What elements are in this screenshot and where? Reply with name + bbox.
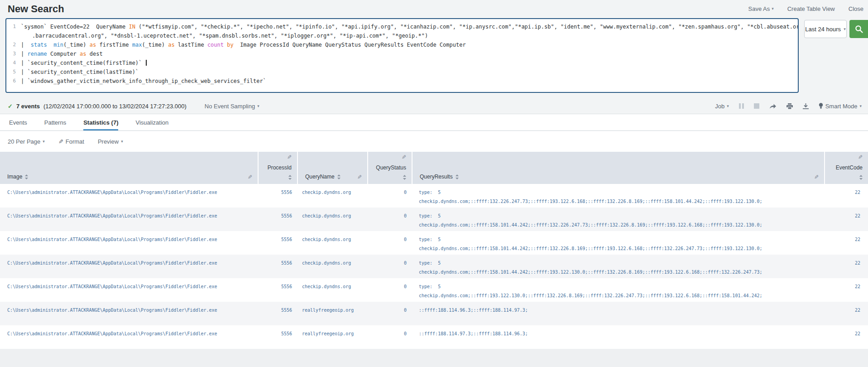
query-token: | `windows_gather_victim_network_info_th… <box>21 78 266 84</box>
cell-query-results[interactable]: ::ffff:188.114.96.3;::ffff:188.114.97.3; <box>412 302 825 325</box>
sort-icon[interactable] <box>403 175 406 180</box>
cell-event-code[interactable]: 22 <box>825 255 868 278</box>
query-token: | `security_content_ctime(firstTime)` <box>21 60 145 66</box>
cell-query-name[interactable]: checkip.dyndns.org <box>298 208 368 231</box>
cell-query-results[interactable]: type: 5checkip.dyndns.com;::ffff:158.101… <box>412 231 825 255</box>
pencil-icon[interactable]: ✎ <box>357 174 362 180</box>
query-token: | <box>21 42 31 48</box>
cell-process-id[interactable]: 5556 <box>259 208 298 231</box>
query-result-line: checkip.dyndns.com;::ffff:193.122.130.0;… <box>419 291 825 300</box>
tab-events[interactable]: Events <box>9 115 27 130</box>
column-header-querystatus[interactable]: ✎QueryStatus <box>368 152 412 184</box>
share-button[interactable] <box>769 103 777 109</box>
query-token: ("*wtfismyip.com", "*checkip.*", "*ipech… <box>135 24 799 30</box>
time-range-picker[interactable]: Last 24 hours ▾ <box>804 20 847 38</box>
cell-image[interactable]: C:\Users\administrator.ATTACKRANGE\AppDa… <box>0 208 259 231</box>
pencil-icon[interactable]: ✎ <box>248 174 252 180</box>
cell-query-name[interactable]: checkip.dyndns.org <box>298 184 368 208</box>
preview-dropdown[interactable]: Preview ▾ <box>98 138 123 145</box>
column-header-queryresults[interactable]: QueryResults✎ <box>412 152 825 184</box>
sort-icon[interactable] <box>25 174 28 179</box>
pencil-icon[interactable]: ✎ <box>858 155 863 160</box>
cell-query-status[interactable]: 0 <box>368 255 412 278</box>
per-page-dropdown[interactable]: 20 Per Page ▾ <box>8 138 45 145</box>
pencil-icon[interactable]: ✎ <box>287 155 292 160</box>
cell-event-code[interactable]: 22 <box>825 325 868 349</box>
cell-process-id[interactable]: 5556 <box>259 325 298 349</box>
cell-query-status[interactable]: 0 <box>368 208 412 231</box>
pencil-icon[interactable]: ✎ <box>814 174 819 180</box>
column-header-queryname[interactable]: QueryName✎ <box>298 152 368 184</box>
cell-image[interactable]: C:\Users\administrator.ATTACKRANGE\AppDa… <box>0 278 259 302</box>
format-button[interactable]: ✎ Format <box>58 138 84 145</box>
column-header-eventcode[interactable]: ✎EventCode <box>825 152 868 184</box>
cell-query-name[interactable]: reallyfreegeoip.org <box>298 325 368 349</box>
cell-query-results[interactable]: type: 5checkip.dyndns.com;::ffff:158.101… <box>412 208 825 231</box>
query-token: | `security_content_ctime(lastTime)` <box>21 69 139 75</box>
stop-button[interactable] <box>754 103 759 109</box>
cell-query-status[interactable]: 0 <box>368 302 412 325</box>
query-code: | rename Computer as dest <box>20 49 103 58</box>
cell-image[interactable]: C:\Users\administrator.ATTACKRANGE\AppDa… <box>0 231 259 255</box>
sort-icon[interactable] <box>456 174 459 179</box>
cell-query-results[interactable]: type: 5checkip.dyndns.com;::ffff:132.226… <box>412 184 825 208</box>
cell-query-status[interactable]: 0 <box>368 278 412 302</box>
text-cursor <box>146 60 147 66</box>
cell-query-results[interactable]: type: 5checkip.dyndns.com;::ffff:158.101… <box>412 255 825 278</box>
tab-statistics[interactable]: Statistics (7) <box>83 115 118 130</box>
page-title: New Search <box>8 3 64 15</box>
cell-event-code[interactable]: 22 <box>825 302 868 325</box>
tab-patterns[interactable]: Patterns <box>44 115 66 130</box>
create-table-view-button[interactable]: Create Table View <box>787 5 835 12</box>
tab-visualization[interactable]: Visualization <box>135 115 168 130</box>
cell-process-id[interactable]: 5556 <box>259 302 298 325</box>
cell-query-name[interactable]: checkip.dyndns.org <box>298 255 368 278</box>
column-header-image[interactable]: Image✎ <box>0 152 259 184</box>
query-token: firstTime <box>96 42 132 48</box>
job-menu-button[interactable]: Job ▾ <box>715 103 729 110</box>
cell-event-code[interactable]: 22 <box>825 231 868 255</box>
table-row: C:\Users\administrator.ATTACKRANGE\AppDa… <box>0 278 868 302</box>
search-button[interactable] <box>849 20 868 38</box>
cell-query-name[interactable]: reallyfreegeoip.org <box>298 302 368 325</box>
cell-image[interactable]: C:\Users\administrator.ATTACKRANGE\AppDa… <box>0 325 259 349</box>
lightbulb-icon <box>819 103 823 109</box>
event-sampling-dropdown[interactable]: No Event Sampling ▾ <box>205 103 259 110</box>
search-query-editor[interactable]: 1`sysmon` EventCode=22 QueryName IN ("*w… <box>5 18 799 93</box>
close-button[interactable]: Close <box>849 5 863 12</box>
sort-icon[interactable] <box>337 174 340 179</box>
cell-query-results[interactable]: ::ffff:188.114.97.3;::ffff:188.114.96.3; <box>412 325 825 349</box>
sort-icon[interactable] <box>859 175 863 180</box>
share-icon <box>769 103 777 109</box>
cell-process-id[interactable]: 5556 <box>259 184 298 208</box>
sort-icon[interactable] <box>288 175 292 180</box>
cell-process-id[interactable]: 5556 <box>259 278 298 302</box>
cell-image[interactable]: C:\Users\administrator.ATTACKRANGE\AppDa… <box>0 255 259 278</box>
save-as-button[interactable]: Save As▾ <box>748 5 773 12</box>
cell-query-status[interactable]: 0 <box>368 184 412 208</box>
pencil-icon[interactable]: ✎ <box>402 155 406 160</box>
cell-query-status[interactable]: 0 <box>368 231 412 255</box>
chevron-down-icon: ▾ <box>772 7 774 11</box>
cell-query-name[interactable]: checkip.dyndns.org <box>298 231 368 255</box>
export-button[interactable] <box>803 103 809 109</box>
cell-event-code[interactable]: 22 <box>825 208 868 231</box>
table-row: C:\Users\administrator.ATTACKRANGE\AppDa… <box>0 255 868 278</box>
print-button[interactable] <box>786 103 793 109</box>
cell-query-results[interactable]: type: 5checkip.dyndns.com;::ffff:193.122… <box>412 278 825 302</box>
cell-image[interactable]: C:\Users\administrator.ATTACKRANGE\AppDa… <box>0 302 259 325</box>
line-number: 1 <box>6 22 20 31</box>
cell-event-code[interactable]: 22 <box>825 278 868 302</box>
search-header-area: New Search Save As▾ Create Table View Cl… <box>0 0 868 114</box>
cell-query-name[interactable]: checkip.dyndns.org <box>298 278 368 302</box>
query-result-line: checkip.dyndns.com;::ffff:158.101.44.242… <box>419 244 825 253</box>
cell-event-code[interactable]: 22 <box>825 184 868 208</box>
cell-image[interactable]: C:\Users\administrator.ATTACKRANGE\AppDa… <box>0 184 259 208</box>
pause-button[interactable] <box>739 103 744 109</box>
cell-process-id[interactable]: 5556 <box>259 255 298 278</box>
cell-query-status[interactable]: 0 <box>368 325 412 349</box>
cell-process-id[interactable]: 5556 <box>259 231 298 255</box>
search-mode-dropdown[interactable]: Smart Mode ▾ <box>819 103 862 110</box>
column-header-processid[interactable]: ✎ProcessId <box>259 152 298 184</box>
table-body: C:\Users\administrator.ATTACKRANGE\AppDa… <box>0 184 868 349</box>
